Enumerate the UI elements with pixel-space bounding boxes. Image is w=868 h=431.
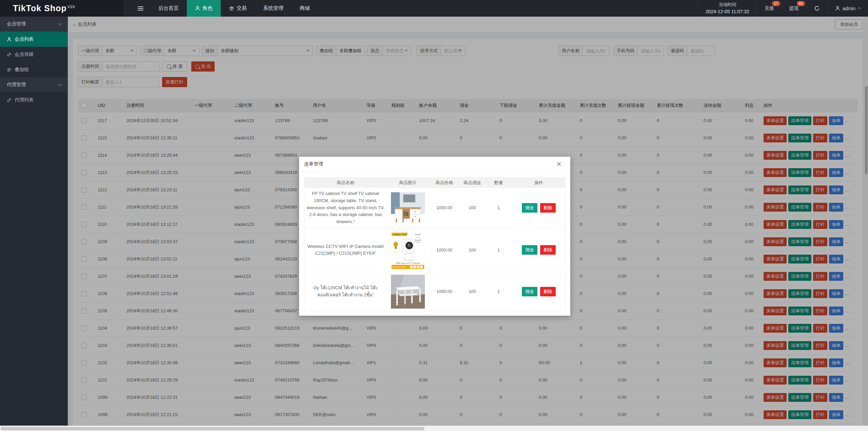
logo: TikTok ShopV20	[0, 0, 123, 17]
chevron-down-icon	[58, 82, 61, 86]
sidebar-item-stack-group[interactable]: 叠加组	[0, 62, 68, 77]
chevron-down-icon	[58, 21, 61, 25]
recharge-menu[interactable]: 充值 17	[757, 0, 782, 17]
modal-title: 连单管理	[304, 161, 323, 167]
withdraw-menu[interactable]: 提现 65	[782, 0, 806, 17]
product-commission: 100	[460, 272, 485, 311]
svg-text:Onvif: Onvif	[415, 233, 420, 236]
logo-version: V20	[67, 5, 75, 9]
delete-button[interactable]: 删除	[540, 203, 556, 213]
person-icon	[195, 6, 200, 11]
horizontal-scrollbar-thumb[interactable]	[1, 427, 425, 430]
nav-menu: 后台首页 角色 交易 系统管理 商城	[123, 0, 318, 17]
commission-button[interactable]: 佣金	[522, 287, 537, 296]
commission-button[interactable]: 佣金	[522, 245, 537, 255]
main-content: » 会员列表 添加会员 一级代理 全部 二级代理 全部 级别 全部级别 叠加组 …	[68, 17, 868, 426]
modal-table-head-row: 商品名称商品图片商品价格商品佣金数量操作	[304, 178, 566, 188]
person-icon	[7, 37, 12, 42]
hamburger-menu-button[interactable]	[131, 0, 150, 17]
username: admin	[843, 6, 855, 11]
modal-header: 连单管理 ✕	[299, 157, 570, 172]
svg-text:2MP Indoor IP PT Camera: 2MP Indoor IP PT Camera	[396, 262, 420, 264]
refresh-icon	[814, 5, 820, 11]
sidebar: 会员管理 会员列表 会员等级 叠加组 代理管理 代理列表	[0, 17, 68, 426]
nav-item-roles[interactable]: 角色	[187, 0, 221, 17]
tv-cabinet-image	[391, 192, 425, 223]
product-name: Wireless CCTV WIFI IP Camera model C21(1…	[304, 228, 387, 272]
modal-column-header: 商品图片	[387, 178, 429, 188]
nav-right: 当地时间 2024-12-05 11:07:32 充值 17 提现 65 adm…	[698, 0, 868, 17]
sidebar-group-agents[interactable]: 代理管理	[0, 77, 68, 92]
local-time: 当地时间 2024-12-05 11:07:32	[698, 0, 757, 17]
modal-table-body: FP TV cabinet TV shelf TV cabinet 190CM,…	[304, 188, 566, 311]
modal-column-header: 商品佣金	[460, 178, 485, 188]
svg-text:Promotion Selling !: Promotion Selling !	[393, 266, 407, 268]
desk-image	[391, 275, 425, 309]
product-price: 1000.00	[429, 228, 460, 272]
chain-order-modal: 连单管理 ✕ 商品名称商品图片商品价格商品佣金数量操作 FP TV cabine…	[299, 157, 570, 316]
modal-column-header: 商品价格	[429, 178, 460, 188]
product-row: Wireless CCTV WIFI IP Camera model C21(1…	[304, 228, 566, 272]
sidebar-item-member-list[interactable]: 会员列表	[0, 32, 68, 47]
product-actions: 佣金删除	[512, 272, 566, 311]
product-actions: 佣金删除	[512, 188, 566, 228]
product-image-cell	[387, 272, 429, 311]
product-price: 1000.00	[429, 188, 460, 228]
sidebar-item-member-level[interactable]: 会员等级	[0, 47, 68, 62]
nav-item-system[interactable]: 系统管理	[255, 0, 292, 17]
scales-icon	[229, 6, 234, 11]
delete-button[interactable]: 删除	[540, 287, 556, 296]
sidebar-group-members[interactable]: 会员管理	[0, 17, 68, 32]
product-name: FP TV cabinet TV shelf TV cabinet 190CM,…	[304, 188, 387, 228]
svg-text:2MP: 2MP	[416, 239, 420, 241]
nav-item-transactions[interactable]: 交易	[221, 0, 255, 17]
product-name: Oy โต๊ะ120CM โต๊ะทำงานไม้ โต๊ะคอมพิวเตอร…	[304, 272, 387, 311]
product-row: FP TV cabinet TV shelf TV cabinet 190CM,…	[304, 188, 566, 228]
hamburger-icon	[138, 5, 143, 12]
product-actions: 佣金删除	[512, 228, 566, 272]
sidebar-item-agent-list[interactable]: 代理列表	[0, 92, 68, 107]
product-qty: 1	[485, 188, 512, 228]
list-icon	[7, 67, 12, 72]
modal-products-table: 商品名称商品图片商品价格商品佣金数量操作 FP TV cabinet TV sh…	[304, 177, 566, 311]
ip-camera-image: Vstarcam C21S Onvif 2MP 2MP Indoor IP PT…	[391, 231, 425, 270]
product-price: 1000.00	[429, 272, 460, 311]
user-avatar-icon	[835, 6, 840, 11]
recharge-badge: 17	[772, 1, 780, 6]
product-commission: 100	[460, 228, 485, 272]
modal-column-header: 数量	[485, 178, 512, 188]
withdraw-badge: 65	[797, 1, 805, 6]
product-qty: 1	[485, 272, 512, 311]
user-menu[interactable]: admin	[827, 0, 868, 17]
product-commission: 100	[460, 188, 485, 228]
product-row: Oy โต๊ะ120CM โต๊ะทำงานไม้ โต๊ะคอมพิวเตอร…	[304, 272, 566, 311]
product-image-cell: Vstarcam C21S Onvif 2MP 2MP Indoor IP PT…	[387, 228, 429, 272]
commission-button[interactable]: 佣金	[522, 203, 537, 213]
delete-button[interactable]: 删除	[540, 245, 556, 255]
chevron-up-icon	[857, 7, 861, 11]
link-icon	[7, 52, 12, 57]
nav-item-mall[interactable]: 商城	[292, 0, 318, 17]
refresh-button[interactable]	[806, 0, 827, 17]
svg-text:Vstarcam C21S: Vstarcam C21S	[393, 233, 407, 235]
product-image-cell	[387, 188, 429, 228]
logo-text: TikTok Shop	[13, 3, 67, 13]
product-qty: 1	[485, 228, 512, 272]
horizontal-scrollbar	[0, 426, 868, 431]
modal-column-header: 操作	[512, 178, 566, 188]
close-icon[interactable]: ✕	[556, 161, 562, 168]
nav-item-dashboard[interactable]: 后台首页	[150, 0, 187, 17]
modal-column-header: 商品名称	[304, 178, 387, 188]
top-navbar: TikTok ShopV20 后台首页 角色 交易 系统管理 商城 当地时间 2…	[0, 0, 868, 17]
link-icon	[7, 98, 12, 102]
